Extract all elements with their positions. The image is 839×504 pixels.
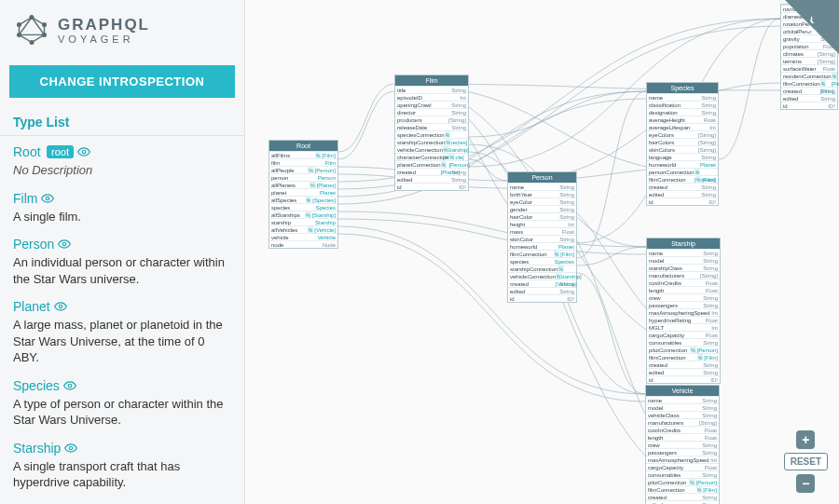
node-field-row[interactable]: lengthFloat — [647, 286, 720, 293]
node-field-row[interactable]: idID! — [647, 198, 718, 205]
node-field-row[interactable]: createdString — [647, 361, 720, 368]
node-field-row[interactable]: surfaceWaterFloat — [781, 64, 837, 72]
node-field-row[interactable]: allStarships%[Starship] — [269, 211, 337, 218]
node-field-row[interactable]: filmConnection%[Film] — [781, 79, 837, 87]
focus-eye-icon[interactable] — [63, 379, 76, 396]
node-field-row[interactable]: allFilms%[Film] — [269, 151, 337, 158]
node-field-row[interactable]: pilotConnection%[Person] — [647, 346, 720, 353]
node-field-row[interactable]: characterConnection%[Person] — [395, 153, 468, 160]
node-field-row[interactable]: hairColors[String] — [647, 138, 718, 145]
node-field-row[interactable]: designationString — [647, 108, 718, 116]
node-field-row[interactable]: createdString — [781, 87, 837, 94]
node-field-row[interactable]: editedString — [647, 368, 720, 375]
node-field-row[interactable]: allPeople%[Person] — [269, 166, 337, 173]
node-field-row[interactable]: speciesConnection%[Species] — [395, 130, 468, 138]
focus-eye-icon[interactable] — [54, 300, 67, 317]
node-field-row[interactable]: pilotConnection%[Person] — [646, 478, 719, 485]
node-field-row[interactable]: speciesSpecies — [269, 203, 337, 211]
node-field-row[interactable]: idID! — [508, 294, 576, 302]
node-field-row[interactable]: eyeColors[String] — [647, 130, 718, 138]
node-field-row[interactable]: speciesSpecies — [508, 257, 576, 265]
node-field-row[interactable]: starshipConnection%[Starship] — [508, 265, 576, 272]
node-field-row[interactable]: crewString — [646, 441, 719, 448]
node-field-row[interactable]: directorString — [395, 108, 468, 116]
type-name-link[interactable]: Species — [13, 378, 60, 393]
node-field-row[interactable]: filmFilm — [269, 158, 337, 166]
node-field-row[interactable]: starshipStarship — [269, 218, 337, 225]
graph-canvas[interactable]: RootallFilms%[Film]filmFilmallPeople%[Pe… — [245, 0, 839, 504]
node-field-row[interactable]: filmConnection%[Film] — [647, 353, 720, 361]
node-field-row[interactable]: MGLTInt — [647, 323, 720, 331]
node-field-row[interactable]: birthYearString — [508, 190, 576, 198]
node-field-row[interactable]: maxAtmospheringSpeedInt — [647, 308, 720, 316]
node-field-row[interactable]: nodeNode — [269, 240, 337, 248]
node-field-row[interactable]: filmConnection%[Film] — [508, 250, 576, 257]
zoom-reset-button[interactable]: RESET — [784, 453, 828, 470]
node-field-row[interactable]: classificationString — [647, 101, 718, 108]
type-name-link[interactable]: Planet — [13, 299, 50, 314]
graph-node-species[interactable]: SpeciesnameStringclassificationStringdes… — [646, 82, 719, 206]
node-field-row[interactable]: averageLifespanInt — [647, 123, 718, 130]
node-field-row[interactable]: idID! — [781, 102, 837, 109]
node-field-row[interactable]: starshipConnection%[Starship] — [395, 138, 468, 145]
node-field-row[interactable]: lengthFloat — [646, 433, 719, 441]
node-field-row[interactable]: maxAtmospheringSpeedInt — [646, 456, 719, 463]
node-field-row[interactable]: createdString — [508, 279, 576, 287]
node-field-row[interactable]: passengersString — [646, 448, 719, 456]
node-field-row[interactable]: consumablesString — [646, 470, 719, 478]
zoom-in-button[interactable]: + — [796, 430, 815, 449]
node-field-row[interactable]: consumablesString — [647, 338, 720, 346]
type-name-link[interactable]: Root — [13, 144, 41, 159]
type-name-link[interactable]: Film — [13, 191, 37, 206]
focus-eye-icon[interactable] — [58, 238, 71, 254]
focus-eye-icon[interactable] — [64, 442, 77, 458]
node-field-row[interactable]: planetPlanet — [269, 188, 337, 196]
node-field-row[interactable]: editedString — [508, 287, 576, 294]
node-field-row[interactable]: homeworldPlanet — [647, 160, 718, 168]
node-field-row[interactable]: episodeIDInt — [395, 93, 468, 101]
node-field-row[interactable]: skinColors[String] — [647, 145, 718, 153]
node-field-row[interactable]: personConnection%[Person] — [647, 168, 718, 175]
node-field-row[interactable]: vehicleConnection%[Vehicle] — [395, 145, 468, 153]
node-field-row[interactable]: crewString — [647, 293, 720, 301]
node-field-row[interactable]: nameString — [647, 249, 720, 256]
node-field-row[interactable]: idID! — [647, 375, 720, 383]
node-field-row[interactable]: eyeColorString — [508, 198, 576, 205]
node-field-row[interactable]: titleString — [395, 86, 468, 93]
graph-node-starship[interactable]: StarshipnameStringmodelStringstarshipCla… — [646, 238, 721, 384]
node-field-row[interactable]: starshipClassString — [647, 264, 720, 271]
type-name-link[interactable]: Starship — [13, 441, 61, 456]
node-field-row[interactable]: terrains[String] — [781, 57, 837, 64]
node-field-row[interactable]: cargoCapacityFloat — [646, 463, 719, 470]
zoom-out-button[interactable]: − — [796, 474, 815, 493]
focus-eye-icon[interactable] — [41, 192, 54, 209]
type-name-link[interactable]: Person — [13, 237, 54, 252]
node-field-row[interactable]: filmConnection%[Film] — [647, 175, 718, 183]
node-field-row[interactable]: createdString — [395, 168, 468, 175]
graph-node-root[interactable]: RootallFilms%[Film]filmFilmallPeople%[Pe… — [268, 140, 338, 249]
node-field-row[interactable]: vehicleClassString — [646, 411, 719, 418]
node-field-row[interactable]: filmConnection%[Film] — [646, 485, 719, 493]
node-field-row[interactable]: hairColorString — [508, 212, 576, 220]
node-field-row[interactable]: cargoCapacityFloat — [647, 331, 720, 338]
node-field-row[interactable]: homeworldPlanet — [508, 242, 576, 250]
node-field-row[interactable]: manufacturers[String] — [646, 418, 719, 426]
node-field-row[interactable]: planetConnection%[Planet] — [395, 160, 468, 168]
node-field-row[interactable]: nameString — [647, 93, 718, 101]
node-field-row[interactable]: nameString — [646, 396, 719, 403]
node-field-row[interactable]: massFloat — [508, 227, 576, 235]
node-field-row[interactable]: vehicleConnection%[Vehicle] — [508, 272, 576, 279]
node-field-row[interactable]: vehicleVehicle — [269, 233, 337, 240]
node-field-row[interactable]: residentConnection%[Person] — [781, 72, 837, 79]
change-introspection-button[interactable]: CHANGE INTROSPECTION — [9, 65, 235, 98]
graph-node-vehicle[interactable]: VehiclenameStringmodelStringvehicleClass… — [645, 385, 720, 504]
node-field-row[interactable]: idID! — [395, 183, 468, 190]
focus-eye-icon[interactable] — [77, 145, 90, 162]
node-field-row[interactable]: openingCrawlString — [395, 101, 468, 108]
node-field-row[interactable]: editedString — [647, 190, 718, 198]
node-field-row[interactable]: producers[String] — [395, 116, 468, 123]
node-field-row[interactable]: costInCreditsFloat — [646, 426, 719, 433]
node-field-row[interactable]: averageHeightFloat — [647, 116, 718, 123]
node-field-row[interactable]: editedString — [646, 500, 719, 504]
node-field-row[interactable]: modelString — [646, 403, 719, 411]
